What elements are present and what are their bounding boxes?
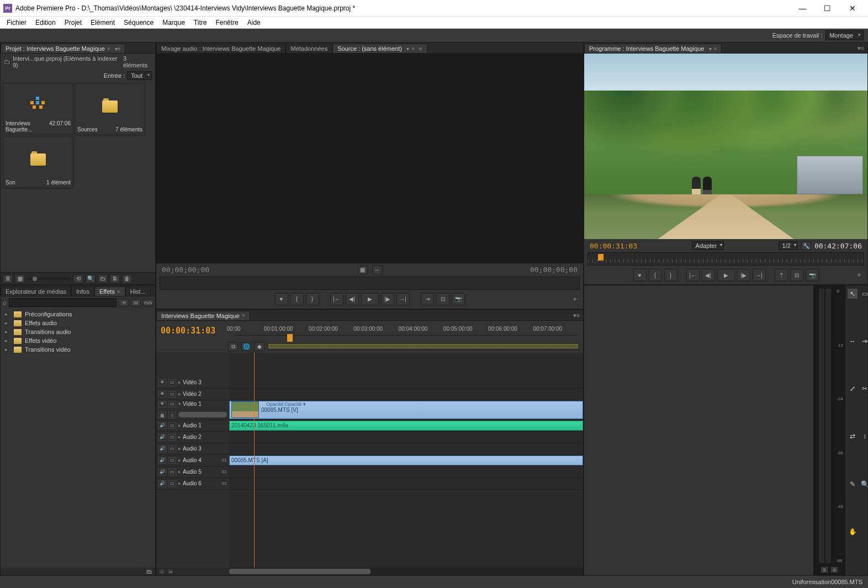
- work-area-bar[interactable]: [268, 344, 578, 348]
- effects-folder-video-fx[interactable]: ▸Effets vidéo: [1, 336, 155, 345]
- track-header-a3[interactable]: 🔊▭▸Audio 3: [156, 443, 229, 455]
- tab-project[interactable]: Projet : Interviews Baguette Magique × ▾…: [1, 44, 125, 53]
- tab-source[interactable]: Source : (sans élément)▾×≡: [332, 44, 427, 53]
- clip-a1[interactable]: 20140423 165011.m4a: [229, 421, 583, 431]
- track-header-a6[interactable]: 🔊▭▸Audio 6S1: [156, 478, 229, 490]
- menu-sequence[interactable]: Séquence: [119, 18, 158, 28]
- lock-icon[interactable]: ▭: [168, 434, 176, 441]
- tab-metadata[interactable]: Métadonnées: [285, 44, 332, 53]
- minimize-button[interactable]: —: [790, 0, 815, 17]
- lock-icon[interactable]: ▭: [168, 469, 176, 475]
- speaker-icon[interactable]: 🔊: [158, 457, 166, 464]
- lock-icon[interactable]: ▭: [168, 422, 176, 429]
- tab-history[interactable]: Hist...: [125, 287, 151, 296]
- close-icon[interactable]: ×: [242, 312, 245, 319]
- snap-button[interactable]: ⧉: [228, 342, 238, 351]
- close-icon[interactable]: ×: [107, 46, 110, 52]
- chevron-right-icon[interactable]: ▸: [178, 380, 181, 385]
- source-loop-button[interactable]: ↔: [372, 266, 382, 274]
- tool-zoom[interactable]: 🔍: [860, 479, 868, 489]
- panel-menu-icon[interactable]: ≡: [419, 46, 422, 52]
- workspace-dropdown[interactable]: Montage: [825, 30, 864, 40]
- track-header-a5[interactable]: 🔊▭▸Audio 5S1: [156, 467, 229, 478]
- source-monitor-view[interactable]: [156, 54, 583, 263]
- effects-folder-audio-fx[interactable]: ▸Effets audio: [1, 319, 155, 327]
- lock-icon[interactable]: ▭: [168, 446, 176, 452]
- wrench-icon[interactable]: 🔧: [801, 241, 811, 250]
- solo-button[interactable]: S: [830, 566, 838, 573]
- eye-icon[interactable]: 👁: [158, 391, 166, 398]
- track-header-v1[interactable]: 👁▭▾Vidéo 1▦◇: [156, 400, 229, 420]
- menu-titre[interactable]: Titre: [189, 18, 211, 28]
- tool-razor[interactable]: ✂: [860, 384, 868, 394]
- chevron-right-icon[interactable]: ▸: [178, 458, 181, 463]
- icon-view-button[interactable]: ▦: [15, 274, 25, 283]
- tab-effets[interactable]: Effets×: [94, 287, 125, 296]
- bin-item-son[interactable]: Son 1 élément: [3, 136, 73, 188]
- menu-aide[interactable]: Aide: [243, 18, 265, 28]
- resolution-dropdown[interactable]: 1/2: [779, 241, 798, 250]
- speaker-icon[interactable]: 🔊: [158, 446, 166, 452]
- chevron-right-icon[interactable]: ▸: [178, 469, 181, 474]
- speaker-icon[interactable]: 🔊: [158, 434, 166, 441]
- keyframes-button[interactable]: ▦: [158, 412, 166, 419]
- source-safe-margins-button[interactable]: ▦: [358, 266, 368, 274]
- chip-yuv[interactable]: YUV: [143, 299, 153, 306]
- chevron-right-icon[interactable]: ▸: [178, 391, 181, 396]
- go-to-in-button[interactable]: |←: [330, 293, 343, 305]
- chip-32bit[interactable]: 32: [131, 299, 141, 306]
- panel-menu-icon[interactable]: ▾≡: [115, 46, 121, 52]
- program-in-timecode[interactable]: 00:00:31:03: [590, 242, 637, 250]
- chevron-down-icon[interactable]: ▾: [406, 46, 409, 52]
- track-header-a2[interactable]: 🔊▭▸Audio 2: [156, 432, 229, 443]
- effects-folder-presets[interactable]: ▸Préconfigurations: [1, 310, 155, 319]
- track-header-v2[interactable]: 👁▭▸Vidéo 2: [156, 389, 229, 400]
- source-scrubber[interactable]: [160, 277, 580, 290]
- tool-pen[interactable]: ✎: [848, 479, 858, 489]
- lock-icon[interactable]: ▭: [168, 480, 176, 487]
- add-button-icon[interactable]: ＋: [571, 294, 579, 304]
- tab-infos[interactable]: Infos: [71, 287, 94, 296]
- step-back-button[interactable]: ◀|: [346, 293, 359, 305]
- eye-icon[interactable]: 👁: [158, 401, 166, 407]
- go-to-in-button[interactable]: |←: [686, 269, 700, 281]
- menu-projet[interactable]: Projet: [60, 18, 86, 28]
- source-out-timecode[interactable]: 00;00;00;00: [530, 266, 578, 274]
- chevron-right-icon[interactable]: ▸: [178, 446, 181, 451]
- close-icon[interactable]: ×: [714, 46, 717, 52]
- tool-track-select[interactable]: ▭: [860, 289, 868, 299]
- tab-media-browser[interactable]: Explorateur de médias: [1, 287, 71, 296]
- timeline-clips-area[interactable]: 00085.MTS [V] Opacité:Opacité ▾ 20140423…: [229, 353, 583, 568]
- panel-menu-icon[interactable]: ▾≡: [570, 311, 583, 320]
- list-view-button[interactable]: ≣: [3, 274, 13, 283]
- timeline-ruler[interactable]: 00:00 00:01:00:00 00:02:00:00 00:03:00:0…: [234, 326, 579, 336]
- chevron-down-icon[interactable]: ▾: [178, 401, 181, 406]
- clip-fx-label[interactable]: Opacité:Opacité ▾: [266, 401, 306, 407]
- solo-button[interactable]: S: [821, 566, 828, 573]
- tool-rate-stretch[interactable]: ⤢: [848, 384, 858, 394]
- play-button[interactable]: ▶: [717, 269, 735, 281]
- program-scrubber[interactable]: [588, 252, 864, 266]
- tab-program[interactable]: Programme : Interviews Baguette Magique …: [584, 44, 722, 53]
- new-preset-bin-button[interactable]: 🗀: [145, 568, 153, 575]
- program-out-timecode[interactable]: 00:42:07:06: [814, 242, 862, 250]
- program-monitor-view[interactable]: [584, 54, 867, 239]
- step-back-button[interactable]: ◀|: [702, 269, 715, 281]
- go-to-out-button[interactable]: →|: [396, 293, 410, 305]
- step-fwd-button[interactable]: |▶: [381, 293, 394, 305]
- track-opts-button[interactable]: ◇: [168, 412, 176, 419]
- mark-out-button[interactable]: }: [306, 293, 319, 305]
- track-header-v3[interactable]: 👁▭▸Vidéo 3: [156, 377, 229, 389]
- insert-button[interactable]: ⇥: [421, 293, 434, 305]
- thumb-size-slider[interactable]: [27, 278, 71, 280]
- lock-icon[interactable]: ▭: [168, 391, 176, 398]
- tool-hand[interactable]: ✋: [848, 527, 858, 537]
- effects-folder-audio-trans[interactable]: ▸Transitions audio: [1, 327, 155, 336]
- step-fwd-button[interactable]: |▶: [737, 269, 750, 281]
- close-icon[interactable]: ×: [117, 289, 120, 295]
- tool-rolling[interactable]: ⇥: [860, 336, 868, 346]
- speaker-icon[interactable]: 🔊: [158, 422, 166, 429]
- speaker-icon[interactable]: 🔊: [158, 469, 166, 475]
- marker-button[interactable]: ♥: [275, 293, 288, 305]
- auto-sort-button[interactable]: ⟲: [73, 274, 83, 283]
